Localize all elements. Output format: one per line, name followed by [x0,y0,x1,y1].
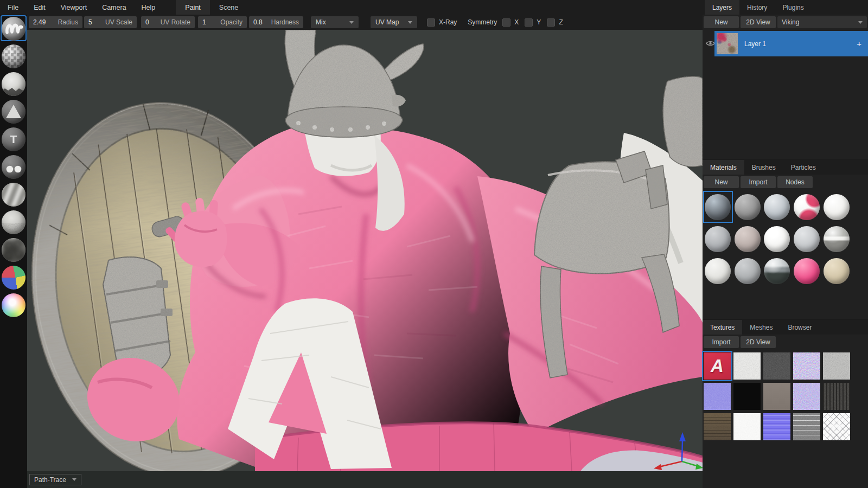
uv-scale-field[interactable]: 5 UV Scale [84,16,137,28]
eraser-tool-icon[interactable] [2,44,25,68]
texture-thumb-selected[interactable]: A [704,352,731,380]
material-thumb[interactable] [792,223,822,255]
textures-2d-view-button[interactable]: 2D View [741,336,776,348]
texture-thumb[interactable] [733,383,761,410]
colorid-blocks-glyph [2,266,25,290]
material-thumb[interactable] [792,255,822,287]
hardness-label: Hardness [271,18,299,26]
layers-2d-view-button[interactable]: 2D View [741,16,776,28]
material-thumb[interactable] [762,191,792,223]
tab-brushes[interactable]: Brushes [744,160,783,175]
import-texture-button[interactable]: Import [704,336,739,348]
layer-visibility-icon[interactable] [706,40,715,47]
symmetry-x-checkbox[interactable] [502,18,510,27]
new-layer-button[interactable]: New [704,16,739,28]
texture-thumb[interactable] [793,383,820,410]
menu-help[interactable]: Help [134,0,163,15]
smudge-tool-icon[interactable] [2,210,25,234]
texture-thumb[interactable] [704,383,731,410]
xray-checkbox[interactable] [427,18,435,27]
material-nodes-button[interactable]: Nodes [777,176,813,188]
texture-thumb[interactable] [763,352,790,380]
material-thumb[interactable] [733,223,763,255]
texture-thumb[interactable] [793,352,820,380]
brush-stroke-glyph [2,17,25,41]
texture-thumb[interactable] [823,413,850,440]
fill-tool-icon[interactable] [2,72,25,96]
material-thumb[interactable] [733,255,763,287]
texture-thumb[interactable] [793,413,820,440]
material-thumb[interactable] [821,223,851,255]
material-grid [703,191,851,287]
layer-thumbnail [717,33,738,54]
material-thumb[interactable] [762,223,792,255]
tab-scene[interactable]: Scene [210,0,247,15]
blur-tool-icon[interactable] [2,183,25,207]
material-thumb[interactable] [792,191,822,223]
opacity-field[interactable]: 1 Opacity [198,16,247,28]
tab-plugins[interactable]: Plugins [775,0,811,15]
layer-add-button[interactable]: + [857,39,861,48]
colorid-tool-icon[interactable] [2,266,25,290]
triangle-glyph [2,100,25,124]
hardness-field[interactable]: 0.8 Hardness [249,16,303,28]
blur-stripes-glyph [2,183,25,207]
texture-thumb[interactable] [823,352,850,380]
material-thumb[interactable] [762,255,792,287]
viewport-3d[interactable] [27,30,703,471]
right-panel: Layers History Plugins New 2D View Vikin… [703,0,868,488]
material-thumb[interactable] [733,191,763,223]
opacity-label: Opacity [220,18,242,26]
picker-highlight [2,293,25,317]
text-glyph: T [2,127,25,151]
material-thumb-selected[interactable] [703,191,733,223]
layer-row[interactable]: Layer 1 + [714,31,868,56]
texture-thumb[interactable] [733,413,761,440]
texture-thumb[interactable] [733,352,761,380]
symmetry-y-label: Y [537,18,541,26]
render-mode-dropdown[interactable]: Path-Trace [29,474,81,485]
particle-tool-icon[interactable] [2,238,25,262]
uv-rotate-field[interactable]: 0 UV Rotate [141,16,195,28]
material-thumb[interactable] [703,255,733,287]
tab-particles[interactable]: Particles [783,160,824,175]
texture-thumb[interactable] [704,413,731,440]
material-thumb[interactable] [821,191,851,223]
import-material-button[interactable]: Import [741,176,776,188]
brush-tool-icon[interactable] [2,17,25,41]
material-thumb[interactable] [821,255,851,287]
menu-file[interactable]: File [0,0,26,15]
decal-tool-icon[interactable] [2,100,25,124]
texture-thumb[interactable] [823,383,850,410]
uv-map-value: UV Map [375,18,399,26]
tab-textures[interactable]: Textures [703,320,742,335]
materials-buttons: New Import Nodes [704,176,813,188]
symmetry-label: Symmetry [468,18,497,26]
texture-thumb[interactable] [763,383,790,410]
radius-label: Radius [58,18,78,26]
uv-map-dropdown[interactable]: UV Map [371,16,417,28]
clone-tool-icon[interactable] [2,155,25,179]
blend-mode-dropdown[interactable]: Mix [311,16,359,28]
symmetry-y-checkbox[interactable] [525,18,533,27]
materials-tab-bar: Materials Brushes Particles [703,160,868,175]
symmetry-z-checkbox[interactable] [547,18,555,27]
viewport-3d-scene[interactable] [27,30,703,471]
menu-edit[interactable]: Edit [26,0,53,15]
new-material-button[interactable]: New [704,176,739,188]
radius-field[interactable]: 2.49 Radius [29,16,82,28]
tab-layers[interactable]: Layers [705,0,739,15]
menu-camera[interactable]: Camera [94,0,133,15]
tab-materials[interactable]: Materials [703,160,744,175]
tab-paint[interactable]: Paint [176,0,210,15]
material-thumb[interactable] [703,223,733,255]
texture-thumb[interactable] [763,413,790,440]
text-tool-icon[interactable]: T [2,127,25,151]
mesh-dropdown[interactable]: Viking [777,16,867,28]
layers-buttons: New 2D View Viking [704,16,867,28]
tab-history[interactable]: History [739,0,775,15]
menu-viewport[interactable]: Viewport [53,0,94,15]
tab-meshes[interactable]: Meshes [742,320,780,335]
picker-tool-icon[interactable] [2,293,25,317]
tab-browser[interactable]: Browser [780,320,819,335]
